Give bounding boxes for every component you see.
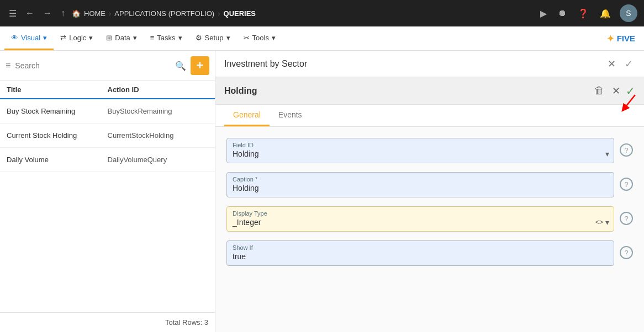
check-arrow-container: ✓ <box>626 84 635 98</box>
table-row[interactable]: Daily Volume DailyVolumeQuery <box>0 148 215 172</box>
sidebar: ≡ 🔍 + Title Action ID Buy Stock Remainin… <box>0 51 215 332</box>
row-title: Buy Stock Remaining <box>7 107 108 115</box>
display-type-label: Display Type <box>233 210 608 217</box>
search-nav-icon[interactable]: ⏺ <box>556 6 569 20</box>
svg-line-0 <box>624 95 635 109</box>
caption-container: Caption * Holding <box>226 172 614 197</box>
field-id-label: Field ID <box>233 142 608 148</box>
forward-icon[interactable]: → <box>41 6 54 20</box>
sidebar-footer: Total Rows: 3 <box>0 312 215 332</box>
code-icon: <> <box>595 218 603 226</box>
row-title: Current Stock Holding <box>7 131 108 140</box>
chevron-down-icon: ▾ <box>605 149 609 158</box>
field-row-field-id: Field ID Holding ▾ ? <box>226 138 633 163</box>
tasks-icon: ≡ <box>150 34 155 42</box>
red-arrow-icon <box>619 92 641 114</box>
grid-icon: ⊞ <box>106 34 112 42</box>
menu-item-setup[interactable]: ⚙ Setup ▾ <box>189 26 237 50</box>
field-id-value[interactable]: Holding <box>233 149 608 158</box>
home-icon: 🏠 <box>72 9 81 18</box>
main-layout: ≡ 🔍 + Title Action ID Buy Stock Remainin… <box>0 51 644 332</box>
row-action-id: DailyVolumeQuery <box>108 156 209 164</box>
panel-title: Investment by Sector <box>224 59 605 69</box>
table-body: Buy Stock Remaining BuyStockRemaining Cu… <box>0 99 215 312</box>
breadcrumb-home[interactable]: HOME <box>84 9 105 18</box>
form-panel-actions: 🗑 ✕ ✓ <box>592 83 635 99</box>
chevron-down-icon: ▾ <box>272 34 276 42</box>
field-id-help-icon[interactable]: ? <box>620 143 633 157</box>
col-action-header: Action ID <box>108 85 209 94</box>
row-title: Daily Volume <box>7 156 108 164</box>
caption-value[interactable]: Holding <box>233 184 608 192</box>
display-type-value[interactable]: _Integer <box>233 218 608 227</box>
field-id-container: Field ID Holding ▾ <box>226 138 614 163</box>
user-avatar[interactable]: S <box>620 4 637 22</box>
bell-icon[interactable]: 🔔 <box>598 6 613 21</box>
row-action-id: CurrentStockHolding <box>108 131 209 140</box>
search-input[interactable] <box>15 61 171 70</box>
menu-item-logic[interactable]: ⇄ Logic ▾ <box>54 26 99 50</box>
logic-icon: ⇄ <box>60 34 66 42</box>
tools-icon: ✂ <box>244 34 250 42</box>
sidebar-hamburger-icon[interactable]: ≡ <box>6 61 10 71</box>
five-logo-text: FIVE <box>617 34 635 43</box>
show-if-value[interactable]: true <box>233 252 608 261</box>
menu-item-data[interactable]: ⊞ Data ▾ <box>99 26 143 50</box>
display-type-help-icon[interactable]: ? <box>620 212 633 225</box>
caption-label: Caption * <box>233 176 608 183</box>
sidebar-search-bar: ≡ 🔍 + <box>0 51 215 81</box>
show-if-help-icon[interactable]: ? <box>620 246 633 259</box>
top-nav: ☰ ← → ↑ 🏠 HOME › APPLICATIONS (PORTFOLIO… <box>0 0 644 26</box>
table-header: Title Action ID <box>0 81 215 99</box>
field-row-display-type: Display Type _Integer <> ▾ ? <box>226 206 633 232</box>
caption-help-icon[interactable]: ? <box>620 178 633 191</box>
menu-item-visual[interactable]: 👁 Visual ▾ <box>4 26 54 50</box>
search-icon[interactable]: 🔍 <box>175 61 186 71</box>
show-if-label: Show If <box>233 244 608 251</box>
table-row[interactable]: Current Stock Holding CurrentStockHoldin… <box>0 124 215 148</box>
tab-general[interactable]: General <box>224 105 270 126</box>
chevron-down-icon: ▾ <box>133 34 137 42</box>
breadcrumb-applications[interactable]: APPLICATIONS (PORTFOLIO) <box>114 9 214 18</box>
menu-item-tasks[interactable]: ≡ Tasks ▾ <box>144 26 189 50</box>
breadcrumb-queries[interactable]: QUERIES <box>224 9 256 18</box>
top-nav-actions: ▶ ⏺ ❓ 🔔 S <box>538 4 637 22</box>
eye-icon: 👁 <box>11 34 18 42</box>
right-panel: Investment by Sector ✕ ✓ Holding 🗑 ✕ ✓ <box>215 51 644 332</box>
gear-icon: ⚙ <box>196 34 202 42</box>
form-panel-title: Holding <box>224 86 257 96</box>
form-tabs: General Events <box>215 105 644 127</box>
five-logo-icon: ✦ <box>606 33 615 45</box>
add-button[interactable]: + <box>191 56 209 75</box>
chevron-down-icon: ▾ <box>89 34 93 42</box>
display-type-container: Display Type _Integer <> ▾ <box>226 206 614 232</box>
help-nav-icon[interactable]: ❓ <box>576 6 591 21</box>
five-logo: ✦ FIVE <box>606 26 640 50</box>
delete-icon[interactable]: 🗑 <box>592 83 606 99</box>
field-id-dropdown[interactable]: ▾ <box>605 149 609 158</box>
tab-events[interactable]: Events <box>270 105 311 126</box>
field-row-show-if: Show If true ? <box>226 240 633 266</box>
play-icon[interactable]: ▶ <box>538 6 549 21</box>
hamburger-icon[interactable]: ☰ <box>7 6 19 21</box>
menu-bar: 👁 Visual ▾ ⇄ Logic ▾ ⊞ Data ▾ ≡ Tasks ▾ … <box>0 26 644 51</box>
panel-header: Investment by Sector ✕ ✓ <box>215 51 644 77</box>
panel-check-icon[interactable]: ✓ <box>622 56 635 72</box>
up-icon[interactable]: ↑ <box>59 6 67 20</box>
col-title-header: Title <box>7 85 108 94</box>
chevron-down-icon: ▾ <box>605 218 609 227</box>
chevron-down-icon: ▾ <box>226 34 230 42</box>
panel-header-actions: ✕ ✓ <box>605 56 635 72</box>
menu-item-tools[interactable]: ✂ Tools ▾ <box>237 26 282 50</box>
display-type-dropdown[interactable]: <> ▾ <box>595 218 609 227</box>
chevron-down-icon: ▾ <box>178 34 182 42</box>
field-row-caption: Caption * Holding ? <box>226 172 633 197</box>
table-row[interactable]: Buy Stock Remaining BuyStockRemaining <box>0 99 215 124</box>
back-icon[interactable]: ← <box>23 6 36 20</box>
breadcrumb: 🏠 HOME › APPLICATIONS (PORTFOLIO) › QUER… <box>72 9 534 18</box>
form-panel-bar: Holding 🗑 ✕ ✓ <box>215 77 644 105</box>
panel-close-icon[interactable]: ✕ <box>605 56 618 72</box>
row-action-id: BuyStockRemaining <box>108 107 209 115</box>
chevron-down-icon: ▾ <box>43 34 47 42</box>
form-content: Field ID Holding ▾ ? Caption * Holding ? <box>215 127 644 332</box>
